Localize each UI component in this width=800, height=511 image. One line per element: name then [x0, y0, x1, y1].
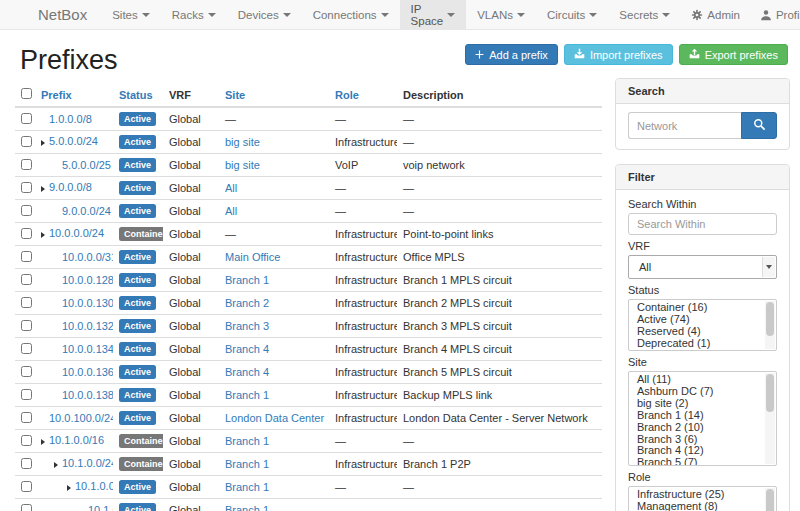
filter-option[interactable]: Reserved (4) [629, 326, 764, 338]
prefix-link[interactable]: 10.1.0.0/26 [88, 504, 113, 511]
site-link[interactable]: big site [225, 159, 260, 171]
import-prefixes-button[interactable]: Import prefixes [564, 44, 673, 65]
prefix-link[interactable]: 10.1.0.0/25 [75, 480, 113, 492]
row-checkbox[interactable] [21, 320, 32, 331]
expand-arrow-icon [41, 137, 49, 149]
site-link[interactable]: Branch 1 [225, 435, 269, 447]
row-checkbox[interactable] [21, 182, 32, 193]
site-link[interactable]: Branch 1 [225, 389, 269, 401]
scrollbar-thumb[interactable] [766, 489, 774, 511]
column-header-site[interactable]: Site [219, 85, 329, 107]
nav-item-circuits[interactable]: Circuits [536, 0, 608, 29]
select-all-checkbox[interactable] [21, 88, 32, 99]
prefix-link[interactable]: 10.0.0.128/31 [62, 274, 113, 286]
nav-item-ip-space[interactable]: IP Space [400, 0, 467, 29]
row-checkbox[interactable] [21, 412, 32, 423]
row-checkbox[interactable] [21, 274, 32, 285]
row-checkbox[interactable] [21, 159, 32, 170]
nav-item-secrets[interactable]: Secrets [608, 0, 681, 29]
filter-option[interactable]: Branch 1 (14) [629, 410, 764, 422]
site-link[interactable]: Branch 4 [225, 366, 269, 378]
site-link[interactable]: Branch 1 [225, 458, 269, 470]
row-checkbox[interactable] [21, 481, 32, 492]
row-checkbox[interactable] [21, 205, 32, 216]
chevron-down-icon [208, 13, 216, 17]
prefix-link[interactable]: 5.0.0.0/25 [62, 159, 111, 171]
row-checkbox[interactable] [21, 504, 32, 511]
site-link[interactable]: All [225, 205, 237, 217]
column-header-status[interactable]: Status [113, 85, 163, 107]
table-row: 10.0.0.0/31 Active Global Main Office In… [15, 246, 602, 269]
site-link[interactable]: Branch 4 [225, 343, 269, 355]
site-link[interactable]: Branch 1 [225, 504, 269, 511]
description-value: Backup MPLS link [397, 384, 602, 407]
nav-item-vlans[interactable]: VLANs [466, 0, 536, 29]
row-checkbox[interactable] [21, 113, 32, 124]
filter-option[interactable]: Deprecated (1) [629, 338, 764, 350]
row-checkbox[interactable] [21, 389, 32, 400]
row-checkbox[interactable] [21, 251, 32, 262]
prefix-link[interactable]: 10.1.0.0/16 [49, 434, 104, 446]
admin-link[interactable]: Admin [681, 0, 750, 29]
prefix-link[interactable]: 10.0.0.0/31 [62, 251, 113, 263]
prefix-link[interactable]: 9.0.0.0/24 [62, 205, 111, 217]
row-checkbox[interactable] [21, 366, 32, 377]
prefix-link[interactable]: 10.0.0.134/31 [62, 343, 113, 355]
prefix-link[interactable]: 10.0.0.138/31 [62, 389, 113, 401]
filter-option[interactable]: big site (2) [629, 398, 764, 410]
export-prefixes-button[interactable]: Export prefixes [679, 44, 788, 65]
site-filter-list[interactable]: All (11)Ashburn DC (7)big site (2)Branch… [628, 371, 777, 466]
site-link[interactable]: big site [225, 136, 260, 148]
prefix-link[interactable]: 9.0.0.0/8 [49, 181, 92, 193]
site-link[interactable]: All [225, 182, 237, 194]
search-button[interactable] [741, 112, 777, 139]
scrollbar-thumb[interactable] [766, 374, 774, 412]
add-prefix-button[interactable]: Add a prefix [465, 44, 558, 65]
row-checkbox[interactable] [21, 435, 32, 446]
row-checkbox[interactable] [21, 297, 32, 308]
search-within-input[interactable] [628, 213, 777, 235]
site-link[interactable]: Main Office [225, 251, 280, 263]
nav-item-racks[interactable]: Racks [161, 0, 227, 29]
network-search-input[interactable] [628, 112, 741, 139]
expand-arrow-icon [41, 436, 49, 448]
scrollbar-thumb[interactable] [766, 302, 774, 336]
prefix-link[interactable]: 10.0.0.0/24 [49, 227, 104, 239]
prefix-link[interactable]: 5.0.0.0/24 [49, 135, 98, 147]
netbox-brand[interactable]: NetBox [0, 0, 101, 29]
import-icon [574, 48, 585, 61]
column-header-prefix[interactable]: Prefix [35, 85, 113, 107]
row-checkbox[interactable] [21, 343, 32, 354]
scrollbar[interactable] [765, 488, 775, 511]
site-link[interactable]: Branch 2 [225, 297, 269, 309]
role-filter-list[interactable]: Infrastructure (25)Management (8)Private… [628, 486, 777, 511]
status-badge: Active [119, 273, 156, 287]
row-checkbox[interactable] [21, 136, 32, 147]
filter-option[interactable]: Management (8) [629, 501, 764, 511]
scrollbar[interactable] [765, 301, 775, 349]
site-link[interactable]: Branch 3 [225, 320, 269, 332]
filter-option[interactable]: Branch 5 (7) [629, 457, 764, 466]
prefix-link[interactable]: 10.0.0.136/31 [62, 366, 113, 378]
site-link[interactable]: Branch 1 [225, 274, 269, 286]
vrf-value: Global [163, 246, 219, 269]
prefix-link[interactable]: 10.1.0.0/24 [62, 457, 113, 469]
row-checkbox[interactable] [21, 458, 32, 469]
nav-item-connections[interactable]: Connections [302, 0, 400, 29]
status-badge: Container [119, 457, 163, 471]
nav-item-devices[interactable]: Devices [227, 0, 302, 29]
site-link[interactable]: Branch 1 [225, 481, 269, 493]
prefix-link[interactable]: 10.0.0.130/31 [62, 297, 113, 309]
row-checkbox[interactable] [21, 228, 32, 239]
column-header-role[interactable]: Role [329, 85, 397, 107]
prefix-link[interactable]: 1.0.0.0/8 [49, 113, 92, 125]
filter-option[interactable]: Branch 2 (10) [629, 422, 764, 434]
prefix-link[interactable]: 10.0.100.0/24 [49, 412, 113, 424]
scrollbar[interactable] [765, 373, 775, 464]
vrf-select[interactable]: All [628, 255, 777, 279]
prefix-link[interactable]: 10.0.0.132/31 [62, 320, 113, 332]
profile-link[interactable]: Profile [750, 0, 800, 29]
site-link[interactable]: London Data Center [225, 412, 324, 424]
nav-item-sites[interactable]: Sites [101, 0, 161, 29]
status-filter-list[interactable]: Container (16)Active (74)Reserved (4)Dep… [628, 299, 777, 351]
